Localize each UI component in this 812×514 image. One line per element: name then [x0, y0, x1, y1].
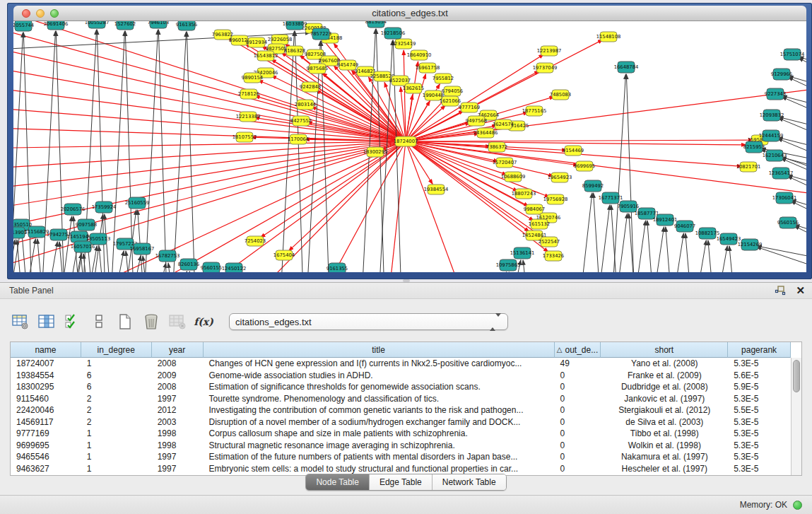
graph-node-teal[interactable]: 9129966 — [771, 69, 792, 80]
graph-node-yellow[interactable]: 24364486 — [473, 128, 498, 138]
graph-node-yellow[interactable]: 9890154 — [242, 73, 263, 83]
cell-out-de-[interactable]: 0 — [555, 451, 601, 463]
cell-out-de-[interactable]: 0 — [555, 370, 601, 382]
graph-node-teal[interactable]: 8215953 — [743, 141, 765, 153]
cell-pagerank[interactable]: 5.3E-5 — [728, 428, 791, 440]
cell-short[interactable]: Dudbridge et al. (2008) — [601, 381, 728, 393]
cell-short[interactable]: Nakamura et al. (1997) — [601, 451, 728, 463]
minimize-window-button[interactable] — [36, 9, 45, 18]
cell-out-de-[interactable]: 0 — [555, 393, 601, 405]
graph-node-yellow[interactable]: 18640910 — [407, 50, 432, 60]
table-row[interactable]: 1938455462009Genome-wide association stu… — [11, 370, 791, 382]
column-header-short[interactable]: short — [601, 342, 728, 358]
function-icon[interactable]: f(x) — [193, 312, 214, 332]
table-selector-dropdown[interactable]: citations_edges.txt — [229, 313, 508, 330]
graph-node-yellow[interactable]: 1621066 — [440, 96, 461, 106]
cell-year[interactable]: 1997 — [152, 393, 204, 405]
network-canvas[interactable]: 7963822896012889129342322605898275051654… — [13, 21, 806, 272]
graph-node-teal[interactable]: 16210643 — [763, 150, 787, 161]
close-panel-icon[interactable]: ✕ — [796, 286, 805, 296]
graph-node-teal[interactable]: 8813054 — [365, 21, 387, 28]
graph-node-yellow[interactable]: 2718126 — [238, 89, 259, 99]
graph-node-teal[interactable]: 2055744 — [13, 21, 34, 31]
column-header-title[interactable]: title — [204, 342, 555, 358]
graph-node-yellow[interactable]: 9875685 — [307, 64, 328, 74]
cell-short[interactable]: Hescheler et al. (1997) — [601, 463, 728, 475]
cell-short[interactable]: Stergiakouli et al. (2012) — [601, 404, 728, 416]
graph-node-teal[interactable]: 12154269 — [738, 239, 763, 250]
graph-node-teal[interactable]: 10975865 — [496, 259, 521, 271]
cell-title[interactable]: Disruption of a novel member of a sodium… — [204, 416, 555, 428]
cell-name[interactable]: 19384554 — [11, 370, 81, 382]
table-row[interactable]: 1872400712008Changes of HCN gene express… — [11, 358, 791, 370]
graph-node-teal[interactable]: 9161355 — [326, 263, 348, 272]
tab-edge-table[interactable]: Edge Table — [370, 474, 433, 490]
cell-name[interactable]: 9465546 — [11, 451, 81, 463]
cell-short[interactable]: de Silva et al. (2003) — [601, 416, 728, 428]
graph-node-yellow[interactable]: 9242848 — [300, 82, 321, 92]
tab-node-table[interactable]: Node Table — [306, 474, 370, 490]
cell-in-degree[interactable]: 2 — [81, 416, 152, 428]
float-panel-icon[interactable] — [775, 286, 786, 296]
rows-icon[interactable] — [88, 312, 110, 332]
cell-title[interactable]: Structural magnetic resonance image aver… — [204, 440, 555, 452]
network-window-titlebar[interactable]: citations_edges.txt — [13, 6, 806, 21]
graph-node-yellow[interactable]: 11548108 — [596, 32, 621, 42]
cell-title[interactable]: Genome-wide association studies in ADHD. — [204, 370, 555, 382]
graph-node-yellow[interactable]: 10821701 — [736, 162, 761, 172]
cell-short[interactable]: Franke et al. (2009) — [601, 370, 728, 382]
cell-out-de-[interactable]: 0 — [555, 381, 601, 393]
graph-node-teal[interactable]: 9560156 — [777, 217, 799, 228]
graph-node-teal[interactable]: 9227343 — [765, 88, 786, 100]
column-select-icon[interactable] — [36, 312, 57, 332]
graph-node-yellow[interactable]: 7955812 — [433, 74, 454, 83]
graph-node-yellow[interactable]: 7386372 — [486, 142, 507, 152]
cell-title[interactable]: Corpus callosum shape and size in male p… — [204, 428, 555, 440]
table-row[interactable]: 1456911722003Disruption of a novel membe… — [11, 416, 791, 428]
graph-node-teal[interactable]: 16648784 — [614, 62, 639, 73]
table-row[interactable]: 1830029562008Estimation of significance … — [11, 381, 791, 393]
graph-node-yellow[interactable]: 2522547 — [539, 237, 560, 247]
graph-node-teal[interactable]: 16958167 — [130, 243, 155, 255]
column-header-out-de-[interactable]: △out_de... — [555, 342, 601, 358]
table-options-icon[interactable] — [10, 312, 31, 332]
cell-out-de-[interactable]: 0 — [555, 440, 601, 452]
cell-year[interactable]: 1997 — [152, 463, 204, 475]
cell-short[interactable]: Jankovic et al. (1997) — [601, 393, 728, 405]
delete-trash-icon[interactable] — [141, 312, 162, 332]
new-table-icon[interactable] — [114, 312, 136, 332]
cell-pagerank[interactable]: 5.9E-5 — [728, 381, 791, 393]
tab-network-table[interactable]: Network Table — [433, 474, 506, 490]
cell-name[interactable]: 22420046 — [11, 404, 81, 416]
table-row[interactable]: 911546021997Tourette syndrome. Phenomeno… — [11, 393, 791, 405]
graph-node-teal[interactable]: 20206576 — [61, 204, 86, 215]
column-header-pagerank[interactable]: pagerank — [728, 342, 791, 358]
cell-in-degree[interactable]: 1 — [81, 463, 152, 475]
graph-node-yellow[interactable]: 15720407 — [493, 158, 517, 168]
cell-title[interactable]: Embryonic stem cells: a model to study s… — [204, 463, 555, 475]
graph-node-yellow[interactable]: 7485083 — [550, 90, 571, 100]
cell-out-de-[interactable]: 0 — [555, 404, 601, 416]
graph-node-teal[interactable]: 10055287 — [85, 21, 110, 28]
cell-year[interactable]: 2012 — [152, 404, 204, 416]
graph-node-yellow[interactable]: 9154469 — [563, 146, 584, 156]
table-row[interactable]: 946362711997Embryonic stem cells: a mode… — [11, 463, 791, 475]
cell-name[interactable]: 9699695 — [11, 440, 81, 452]
graph-node-yellow[interactable]: 9497568 — [466, 116, 487, 126]
cell-in-degree[interactable]: 1 — [81, 451, 152, 463]
cell-short[interactable]: Tibbo et al. (1998) — [601, 428, 728, 440]
cell-out-de-[interactable]: 49 — [555, 358, 601, 370]
cell-pagerank[interactable]: 5.3E-5 — [728, 393, 791, 405]
row-check-icon[interactable] — [62, 312, 83, 332]
graph-node-yellow[interactable]: 1170064 — [288, 134, 309, 144]
graph-node-teal[interactable]: 8599492 — [582, 180, 604, 192]
cell-in-degree[interactable]: 6 — [81, 381, 152, 393]
graph-node-teal[interactable]: 12093832 — [760, 110, 784, 121]
graph-node-teal[interactable]: 20691406 — [44, 21, 69, 30]
cell-short[interactable]: Wolkin et al. (1998) — [601, 440, 728, 452]
cell-pagerank[interactable]: 5.3E-5 — [728, 451, 791, 463]
cell-name[interactable]: 9115460 — [11, 393, 81, 405]
cell-year[interactable]: 2003 — [152, 416, 204, 428]
table-row[interactable]: 2242004622012Investigating the contribut… — [11, 404, 791, 416]
table-row[interactable]: 946554611997Estimation of the future num… — [11, 451, 791, 463]
